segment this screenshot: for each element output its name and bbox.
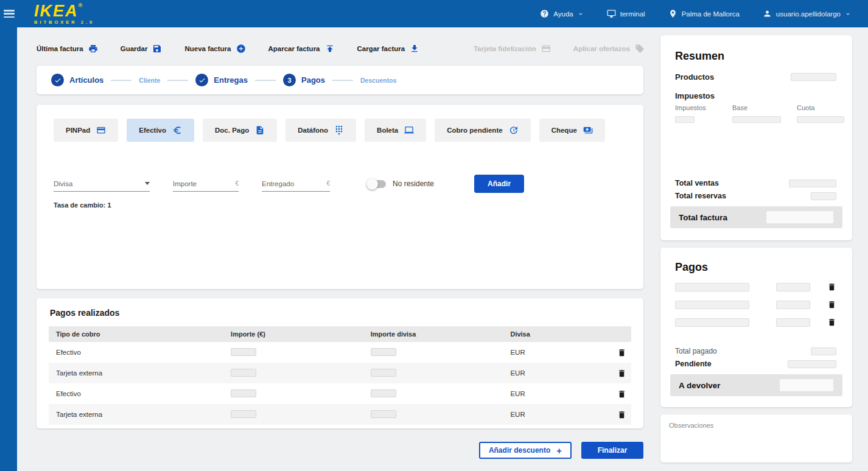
- payments-table-panel: Pagos realizados Tipo de cobro Importe (…: [37, 298, 643, 428]
- cash-payment-form: Divisa Importe € Entregado € No resident…: [54, 175, 626, 193]
- redacted-value: [675, 283, 749, 291]
- tab-boleta[interactable]: Boleta: [365, 119, 426, 142]
- total-ventas-row: Total ventas: [675, 179, 836, 187]
- person-icon: [763, 9, 772, 18]
- a-devolver-row: A devolver: [670, 374, 842, 396]
- step-connector: [111, 80, 131, 81]
- topbar: IKEA® BITBOXER 2.0 Ayuda terminal Palma …: [0, 0, 868, 27]
- menu-icon[interactable]: [4, 10, 15, 18]
- delete-row-button[interactable]: [590, 410, 631, 419]
- redacted-value: [811, 347, 836, 355]
- location-indicator[interactable]: Palma de Mallorca: [668, 9, 740, 18]
- redacted-value: [811, 192, 836, 200]
- cell-tipo: Tarjeta externa: [49, 411, 223, 418]
- payment-method-tabs: PINPad Efectivo Doc. Pago Datáfono Bolet…: [54, 119, 626, 142]
- tab-doc-pago[interactable]: Doc. Pago: [203, 119, 277, 142]
- payment-panel: PINPad Efectivo Doc. Pago Datáfono Bolet…: [37, 105, 643, 289]
- redacted-value: [231, 410, 256, 418]
- document-icon: [255, 125, 265, 135]
- step-connector: [255, 80, 276, 81]
- ikea-logo[interactable]: IKEA® BITBOXER 2.0: [34, 3, 94, 25]
- chevron-down-icon: [578, 11, 584, 17]
- resumen-title: Resumen: [675, 50, 836, 63]
- cell-importe-divisa: [363, 369, 503, 378]
- redacted-value: [675, 301, 749, 309]
- terminal-indicator[interactable]: terminal: [607, 9, 645, 18]
- plus-circle-icon: [236, 44, 246, 54]
- impuestos-grid: Impuestos Base Cuota: [675, 104, 836, 125]
- no-residente-toggle[interactable]: [368, 180, 386, 188]
- pago-item-row: [675, 300, 836, 309]
- dropdown-arrow-icon: [145, 182, 150, 185]
- tab-cheque[interactable]: Cheque: [539, 119, 605, 142]
- step-entregas[interactable]: Entregas: [195, 74, 248, 86]
- anadir-descuento-button[interactable]: Añadir descuento +: [479, 442, 572, 459]
- logo-subtitle: BITBOXER 2.0: [34, 20, 94, 25]
- cell-divisa: EUR: [503, 349, 590, 356]
- invoice-toolbar: Última factura Guardar Nueva factura Apa…: [37, 35, 643, 62]
- nueva-factura-button[interactable]: Nueva factura: [184, 44, 245, 54]
- redacted-value: [776, 283, 810, 291]
- redacted-value: [231, 348, 256, 356]
- productos-row: Productos: [675, 72, 836, 82]
- tab-datafono[interactable]: Datáfono: [285, 119, 356, 142]
- delete-row-button[interactable]: [590, 389, 631, 399]
- total-pagado-row: Total pagado: [675, 347, 836, 355]
- redacted-value: [776, 301, 810, 309]
- divisa-select[interactable]: Divisa: [54, 176, 150, 192]
- tab-pinpad[interactable]: PINPad: [54, 119, 118, 142]
- step-cliente[interactable]: Cliente: [139, 77, 160, 84]
- help-menu[interactable]: Ayuda: [540, 9, 583, 18]
- delete-row-button[interactable]: [590, 369, 631, 378]
- cell-divisa: EUR: [503, 369, 590, 377]
- delete-pago-button[interactable]: [827, 282, 836, 291]
- col-importe-divisa: Importe divisa: [363, 330, 503, 338]
- help-icon: [540, 9, 549, 18]
- entregado-input[interactable]: Entregado €: [262, 176, 330, 192]
- location-label: Palma de Mallorca: [682, 10, 740, 18]
- checkout-stepper: Artículos Cliente Entregas 3 Pagos Descu…: [37, 66, 643, 94]
- terminal-label: terminal: [620, 10, 645, 18]
- cell-importe: [223, 410, 363, 419]
- anadir-button[interactable]: Añadir: [474, 175, 524, 193]
- redacted-value: [766, 211, 834, 224]
- pagos-title: Pagos: [675, 261, 836, 274]
- delete-row-button[interactable]: [590, 348, 631, 357]
- observaciones-field[interactable]: Observaciones: [660, 414, 852, 462]
- card-icon: [96, 125, 106, 135]
- delete-pago-button[interactable]: [827, 300, 836, 309]
- check-circle-icon: [195, 74, 208, 86]
- card-icon: [541, 44, 551, 54]
- step-connector: [332, 80, 353, 81]
- trash-icon: [827, 318, 836, 327]
- chevron-down-icon: [845, 11, 851, 17]
- cell-importe-divisa: [363, 410, 503, 419]
- aparcar-factura-button[interactable]: Aparcar factura: [268, 44, 335, 54]
- step-number-badge: 3: [283, 74, 296, 86]
- step-articulos[interactable]: Artículos: [51, 74, 103, 86]
- user-menu[interactable]: usuario.apellidolargo: [763, 9, 851, 18]
- table-row: Tarjeta externa EUR: [49, 363, 631, 383]
- ultima-factura-button[interactable]: Última factura: [37, 44, 98, 54]
- step-descuentos[interactable]: Descuentos: [360, 77, 397, 84]
- printer-icon: [88, 44, 98, 54]
- cargar-factura-button[interactable]: Cargar factura: [357, 44, 420, 54]
- tab-efectivo[interactable]: Efectivo: [127, 119, 194, 142]
- importe-input[interactable]: Importe €: [173, 176, 239, 192]
- tarjeta-fidelizacion-button[interactable]: Tarjeta fidelización: [474, 44, 551, 54]
- footer-actions: Añadir descuento + Finalizar: [37, 442, 643, 459]
- aplicar-ofertazos-button[interactable]: Aplicar ofertazos: [573, 44, 645, 54]
- table-row: Efectivo EUR: [49, 342, 631, 363]
- finalizar-button[interactable]: Finalizar: [581, 442, 643, 459]
- impuestos-title: Impuestos: [675, 91, 836, 100]
- guardar-button[interactable]: Guardar: [121, 44, 163, 54]
- redacted-value: [675, 116, 695, 123]
- delete-pago-button[interactable]: [827, 318, 836, 327]
- total-factura-row: Total factura: [670, 206, 842, 228]
- pagos-totals: Total pagado Pendiente A devolver: [675, 347, 836, 396]
- step-pagos[interactable]: 3 Pagos: [283, 74, 325, 86]
- pago-item-row: [675, 282, 836, 291]
- tab-cobro-pendiente[interactable]: Cobro pendiente: [435, 119, 530, 142]
- location-pin-icon: [668, 9, 677, 18]
- redacted-value: [231, 389, 256, 397]
